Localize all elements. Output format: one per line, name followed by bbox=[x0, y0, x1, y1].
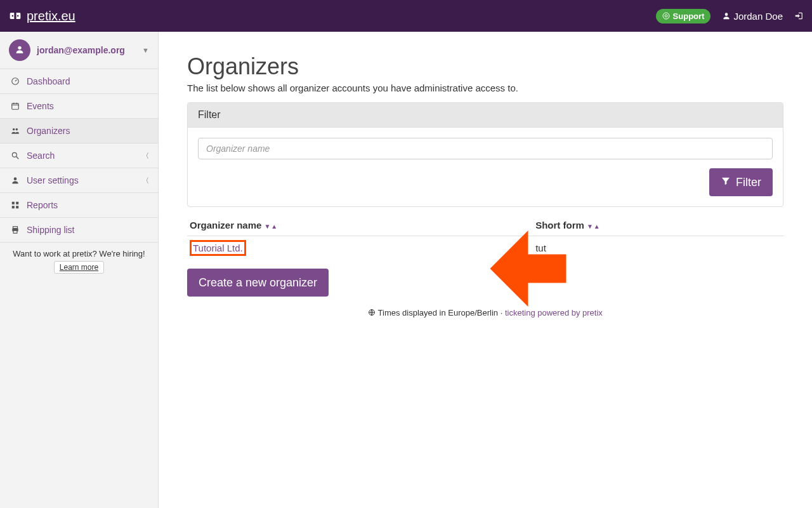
table-row: Tutorial Ltd.tut bbox=[187, 236, 783, 260]
col-header-short[interactable]: Short form ▼ ▲ bbox=[533, 215, 783, 236]
calendar-icon bbox=[10, 102, 20, 110]
sidebar-item-reports[interactable]: Reports bbox=[0, 193, 158, 218]
footer-credit-link[interactable]: ticketing powered by pretix bbox=[505, 308, 603, 318]
avatar bbox=[9, 39, 30, 61]
user-icon bbox=[722, 11, 731, 20]
sidebar-item-shipping[interactable]: Shipping list bbox=[0, 218, 158, 243]
lifebuoy-icon bbox=[662, 12, 670, 20]
sidebar-item-label: Organizers bbox=[27, 126, 70, 136]
svg-rect-18 bbox=[13, 227, 18, 229]
sort-icon: ▼ ▲ bbox=[265, 223, 277, 230]
globe-icon bbox=[368, 309, 376, 318]
sidebar-item-dashboard[interactable]: Dashboard bbox=[0, 69, 158, 94]
filter-button[interactable]: Filter bbox=[709, 168, 773, 196]
navbar: pretix.eu Support Jordan Doe bbox=[0, 0, 812, 32]
page-footer: Times displayed in Europe/Berlin · ticke… bbox=[187, 308, 783, 318]
sidebar-item-label: User settings bbox=[27, 175, 79, 185]
svg-point-6 bbox=[725, 13, 728, 16]
filter-panel: Filter Filter bbox=[187, 102, 783, 207]
support-label: Support bbox=[673, 11, 705, 21]
sidebar-item-label: Shipping list bbox=[27, 225, 75, 235]
filter-button-label: Filter bbox=[736, 176, 761, 189]
page-description: The list below shows all organizer accou… bbox=[187, 83, 783, 93]
support-button[interactable]: Support bbox=[656, 9, 711, 23]
caret-down-icon: ▼ bbox=[142, 46, 149, 54]
brand-text: pretix.eu bbox=[27, 9, 75, 23]
funnel-icon bbox=[721, 176, 731, 189]
organizer-short: tut bbox=[533, 236, 783, 260]
sidebar-item-label: Dashboard bbox=[27, 76, 70, 86]
svg-point-2 bbox=[12, 15, 14, 17]
sidebar-item-label: Search bbox=[27, 150, 55, 161]
brand-logo-icon bbox=[9, 10, 22, 22]
svg-point-13 bbox=[14, 177, 17, 180]
svg-rect-20 bbox=[13, 231, 17, 233]
svg-point-4 bbox=[663, 13, 669, 19]
organizer-name-input[interactable] bbox=[198, 138, 773, 159]
search-icon bbox=[10, 151, 20, 160]
user-icon bbox=[10, 176, 20, 185]
brand-link[interactable]: pretix.eu bbox=[9, 9, 75, 23]
svg-rect-14 bbox=[12, 202, 15, 204]
svg-point-3 bbox=[17, 15, 19, 17]
sidebar-account-switch[interactable]: jordan@example.org ▼ bbox=[0, 32, 158, 69]
print-icon bbox=[10, 225, 20, 234]
sidebar-email: jordan@example.org bbox=[37, 45, 125, 55]
content-area: Organizers The list below shows all orga… bbox=[159, 32, 812, 508]
page-title: Organizers bbox=[187, 53, 783, 80]
sidebar-item-label: Reports bbox=[27, 200, 58, 210]
hiring-text: Want to work at pretix? We're hiring! bbox=[8, 249, 150, 258]
svg-point-10 bbox=[13, 128, 15, 131]
sidebar-item-organizers[interactable]: Organizers bbox=[0, 119, 158, 144]
svg-rect-16 bbox=[12, 206, 15, 208]
chevron-left-icon: 〈 bbox=[142, 176, 149, 185]
svg-point-12 bbox=[12, 152, 16, 157]
sidebar-item-search[interactable]: Search〈 bbox=[0, 144, 158, 168]
learn-more-button[interactable]: Learn more bbox=[54, 261, 104, 274]
user-menu[interactable]: Jordan Doe bbox=[722, 11, 783, 22]
sidebar-item-label: Events bbox=[27, 101, 54, 111]
svg-rect-15 bbox=[16, 202, 18, 204]
users-icon bbox=[10, 126, 20, 135]
sidebar: jordan@example.org ▼ DashboardEventsOrga… bbox=[0, 32, 159, 508]
th-icon bbox=[10, 201, 20, 210]
user-name: Jordan Doe bbox=[733, 11, 783, 22]
create-organizer-button[interactable]: Create a new organizer bbox=[187, 269, 329, 297]
chevron-left-icon: 〈 bbox=[142, 151, 149, 161]
dashboard-icon bbox=[10, 77, 20, 86]
svg-rect-1 bbox=[14, 13, 16, 19]
sidebar-hiring: Want to work at pretix? We're hiring! Le… bbox=[0, 243, 158, 284]
svg-rect-9 bbox=[12, 104, 19, 109]
filter-heading: Filter bbox=[188, 103, 783, 128]
organizer-link[interactable]: Tutorial Ltd. bbox=[190, 240, 246, 256]
footer-tz: Times displayed in Europe/Berlin bbox=[378, 308, 499, 318]
logout-button[interactable] bbox=[794, 11, 803, 20]
col-header-name[interactable]: Organizer name ▼ ▲ bbox=[187, 215, 533, 236]
svg-point-7 bbox=[18, 46, 21, 49]
organizers-table: Organizer name ▼ ▲ Short form ▼ ▲ Tutori… bbox=[187, 215, 783, 260]
svg-point-11 bbox=[16, 128, 18, 131]
sort-icon: ▼ ▲ bbox=[587, 223, 599, 230]
sidebar-item-events[interactable]: Events bbox=[0, 94, 158, 119]
sidebar-item-usersettings[interactable]: User settings〈 bbox=[0, 168, 158, 193]
svg-rect-17 bbox=[16, 206, 18, 208]
svg-point-5 bbox=[665, 15, 667, 17]
